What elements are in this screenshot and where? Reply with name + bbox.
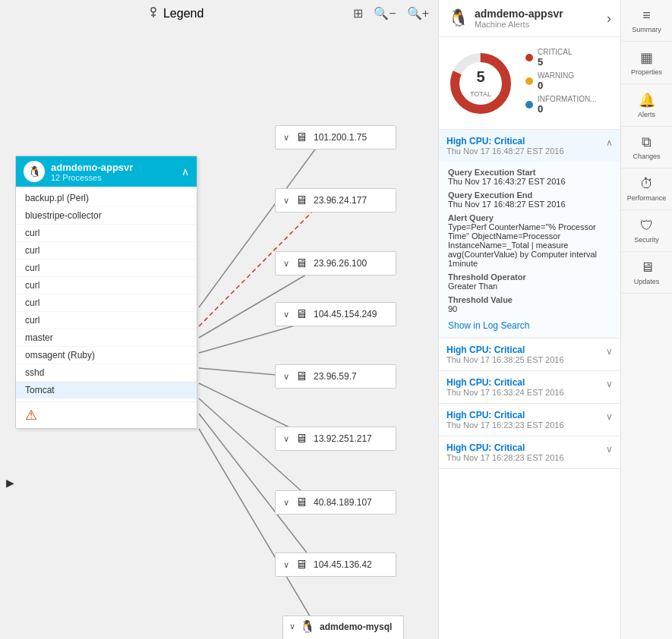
critical-dot bbox=[525, 54, 533, 61]
performance-icon: ⏱ bbox=[640, 176, 654, 192]
alert-header-3[interactable]: High CPU: Critical Thu Nov 17 16:33:24 E… bbox=[439, 371, 620, 403]
alert-time: Thu Nov 17 16:28:23 EST 2016 bbox=[446, 453, 606, 462]
alert-name: High CPU: Critical bbox=[446, 136, 606, 146]
alert-header-text: High CPU: Critical Thu Nov 17 16:28:23 E… bbox=[446, 442, 606, 462]
arrow-pointer: ▶ bbox=[6, 477, 14, 489]
svg-line-11 bbox=[199, 429, 319, 631]
node-header-info: admdemo-appsvr 12 Processes bbox=[51, 162, 175, 182]
alerts-list: High CPU: Critical Thu Nov 17 16:48:27 E… bbox=[439, 130, 620, 639]
remote-ip: 101.200.1.75 bbox=[314, 132, 367, 143]
remote-node[interactable]: ∨ 🖥 13.92.251.217 bbox=[275, 427, 396, 451]
legend-button[interactable]: Legend bbox=[147, 7, 203, 20]
node-header-icon: 🐧 bbox=[24, 161, 45, 182]
node-collapse-button[interactable]: ∧ bbox=[181, 165, 189, 178]
detail-label: Query Execution End bbox=[448, 190, 611, 200]
info-label: INFORMATION... bbox=[538, 95, 597, 103]
node-footer: ⚠ bbox=[16, 401, 197, 428]
remote-node[interactable]: ∨ 🖥 23.96.59.7 bbox=[275, 364, 396, 389]
list-item[interactable]: curl bbox=[16, 225, 197, 242]
summary-icon: ≡ bbox=[642, 8, 651, 24]
alert-chevron[interactable]: ∧ bbox=[606, 137, 613, 148]
legend-info: INFORMATION... 0 bbox=[525, 95, 613, 115]
alert-chevron[interactable]: ∨ bbox=[606, 411, 613, 422]
alert-header-text: High CPU: Critical Thu Nov 17 16:23:23 E… bbox=[446, 410, 606, 430]
donut-area: 5 TOTAL CRITICAL 5 WARNING 0 bbox=[439, 37, 620, 130]
sidebar-label-updates: Updates bbox=[634, 278, 660, 285]
zoom-out-icon[interactable]: 🔍− bbox=[374, 6, 396, 20]
sidebar-item-security[interactable]: 🛡 Security bbox=[621, 210, 672, 252]
sidebar-label-changes: Changes bbox=[633, 153, 660, 160]
remote-node-mysql[interactable]: ∨ 🐧 admdemo-mysql 1 Processes bbox=[282, 615, 404, 639]
sidebar-item-alerts[interactable]: 🔔 Alerts bbox=[621, 84, 672, 127]
list-item-tomcat[interactable]: Tomcat bbox=[16, 382, 197, 398]
legend-label: Legend bbox=[163, 7, 203, 20]
alert-header-1[interactable]: High CPU: Critical Thu Nov 17 16:48:27 E… bbox=[439, 130, 620, 162]
remote-node[interactable]: ∨ 🖥 23.96.24.177 bbox=[275, 188, 396, 212]
warning-icon: ⚠ bbox=[25, 408, 37, 423]
list-item[interactable]: curl bbox=[16, 294, 197, 312]
alert-item: High CPU: Critical Thu Nov 17 16:33:24 E… bbox=[439, 371, 620, 404]
alerts-header-info: admdemo-appsvr Machine Alerts bbox=[475, 8, 601, 29]
list-item[interactable]: curl bbox=[16, 312, 197, 329]
process-list: backup.pl (Perl) bluestripe-collector cu… bbox=[16, 187, 197, 401]
list-item[interactable]: master bbox=[16, 329, 197, 347]
remote-ip: 40.84.189.107 bbox=[314, 497, 372, 508]
sidebar-item-changes[interactable]: ⧉ Changes bbox=[621, 127, 672, 168]
monitor-icon: 🐧 bbox=[300, 619, 315, 634]
info-dot bbox=[525, 101, 533, 109]
collapse-icon: ∨ bbox=[283, 498, 289, 508]
sidebar-item-updates[interactable]: 🖥 Updates bbox=[621, 252, 672, 294]
sidebar-item-performance[interactable]: ⏱ Performance bbox=[621, 168, 672, 210]
collapse-icon: ∨ bbox=[283, 133, 289, 143]
sidebar-label-performance: Performance bbox=[627, 194, 667, 202]
list-item[interactable]: curl bbox=[16, 260, 197, 277]
sidebar-item-properties[interactable]: ▦ Properties bbox=[621, 42, 672, 84]
collapse-icon: ∨ bbox=[283, 372, 289, 382]
machine-name: admdemo-appsvr bbox=[475, 8, 601, 20]
remote-node[interactable]: ∨ 🖥 23.96.26.100 bbox=[275, 251, 396, 275]
remote-ip: 104.45.154.249 bbox=[314, 309, 377, 320]
sidebar-item-summary[interactable]: ≡ Summary bbox=[621, 0, 672, 42]
warning-count: 0 bbox=[538, 80, 574, 91]
warning-dot bbox=[525, 77, 533, 85]
list-item[interactable]: bluestripe-collector bbox=[16, 207, 197, 225]
monitor-icon: 🖥 bbox=[295, 432, 308, 445]
changes-icon: ⧉ bbox=[642, 134, 651, 150]
remote-node[interactable]: ∨ 🖥 104.45.154.249 bbox=[275, 302, 396, 326]
alert-chevron[interactable]: ∨ bbox=[606, 379, 613, 389]
fit-icon[interactable]: ⊞ bbox=[353, 6, 363, 20]
list-item[interactable]: backup.pl (Perl) bbox=[16, 190, 197, 207]
detail-value: Greater Than bbox=[448, 282, 611, 291]
detail-query-start: Query Execution Start Thu Nov 17 16:43:2… bbox=[448, 168, 611, 186]
remote-ip: 23.96.59.7 bbox=[314, 371, 357, 382]
alert-chevron[interactable]: ∨ bbox=[606, 346, 613, 357]
list-item[interactable]: sshd bbox=[16, 364, 197, 382]
collapse-icon: ∨ bbox=[283, 259, 289, 269]
total-count: 5 bbox=[470, 68, 491, 85]
detail-label: Threshold Operator bbox=[448, 272, 611, 282]
remote-node[interactable]: ∨ 🖥 101.200.1.75 bbox=[275, 125, 396, 150]
list-item[interactable]: omsagent (Ruby) bbox=[16, 347, 197, 364]
alert-time: Thu Nov 17 16:38:25 EST 2016 bbox=[446, 355, 606, 364]
alert-header-text: High CPU: Critical Thu Nov 17 16:38:25 E… bbox=[446, 345, 606, 364]
detail-label: Query Execution Start bbox=[448, 168, 611, 177]
alert-chevron[interactable]: ∨ bbox=[606, 444, 613, 455]
list-item[interactable]: curl bbox=[16, 242, 197, 260]
remote-node[interactable]: ∨ 🖥 40.84.189.107 bbox=[275, 490, 396, 515]
alert-header-5[interactable]: High CPU: Critical Thu Nov 17 16:28:23 E… bbox=[439, 436, 620, 468]
remote-node[interactable]: ∨ 🖥 104.45.136.42 bbox=[275, 552, 396, 577]
alert-header-4[interactable]: High CPU: Critical Thu Nov 17 16:23:23 E… bbox=[439, 404, 620, 436]
alert-item: High CPU: Critical Thu Nov 17 16:38:25 E… bbox=[439, 338, 620, 371]
list-item[interactable]: curl bbox=[16, 277, 197, 294]
show-log-search-link[interactable]: Show in Log Search bbox=[448, 320, 529, 331]
machine-subtitle: Machine Alerts bbox=[475, 20, 601, 29]
critical-count: 5 bbox=[538, 56, 573, 68]
alert-header-2[interactable]: High CPU: Critical Thu Nov 17 16:38:25 E… bbox=[439, 338, 620, 370]
alert-item: High CPU: Critical Thu Nov 17 16:48:27 E… bbox=[439, 130, 620, 338]
toolbar: Legend ⊞ 🔍− 🔍+ bbox=[0, 0, 438, 27]
main-node-box: 🐧 admdemo-appsvr 12 Processes ∧ backup.p… bbox=[15, 156, 197, 429]
legend-critical: CRITICAL 5 bbox=[525, 48, 613, 68]
zoom-in-icon[interactable]: 🔍+ bbox=[407, 6, 429, 20]
panel-chevron[interactable]: › bbox=[607, 11, 611, 27]
donut-chart: 5 TOTAL bbox=[446, 49, 515, 118]
